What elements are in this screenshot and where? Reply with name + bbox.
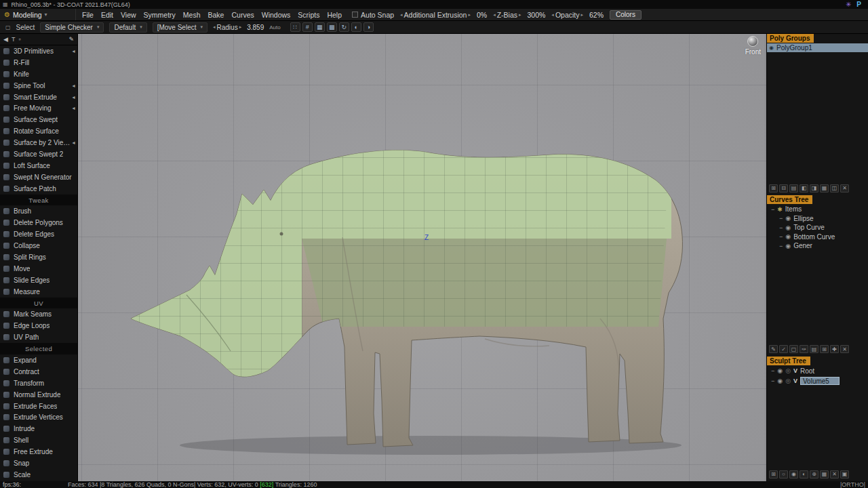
tool-surface-patch[interactable]: Surface Patch [0,183,77,195]
pen-curve-icon[interactable]: ✑ [800,345,808,353]
eye-icon[interactable]: ◉ [785,224,791,231]
tool-split-rings[interactable]: Split Rings [0,251,77,263]
tool-contract[interactable]: Contract [0,366,77,378]
eye-icon[interactable]: ◉ [789,470,798,479]
tree-item-top-curve[interactable]: −◉Top Curve [767,223,868,232]
tool-shell[interactable]: Shell [0,434,77,446]
tool-surface-swept-2[interactable]: Surface Swept 2 [0,148,77,160]
collapse-panel-icon[interactable]: ◀ [3,36,8,43]
rect-tool-icon[interactable]: ▫ [18,36,20,43]
apply-curve-icon[interactable]: ✓ [779,345,788,353]
z-bias-control[interactable]: ◂ Z-Bias ▸ [493,11,521,19]
menu-symmetry[interactable]: Symmetry [144,11,176,19]
eye-icon[interactable]: ◉ [769,45,774,51]
eye-icon[interactable]: ◉ [785,243,791,249]
view-navigation[interactable]: Front [745,36,761,56]
visibility-icon[interactable]: ◉ [777,378,783,384]
plus-circle-icon[interactable]: ⊕ [810,470,818,479]
tool-3d-primitives[interactable]: 3D Primitives◄ [0,45,77,57]
tab-sculpt-tree[interactable]: Sculpt Tree [767,357,810,365]
opacity-control[interactable]: ◂ Opacity ▸ [551,11,583,19]
tool-rotate-surface[interactable]: Rotate Surface [0,125,77,137]
delete-layer-icon[interactable]: ✕ [830,470,839,479]
tool-snap[interactable]: Snap [0,458,77,469]
opacity-value[interactable]: 62% [589,11,604,19]
tool-free-extrude[interactable]: Free Extrude [0,446,77,458]
menu-windows[interactable]: Windows [262,11,291,19]
ghost-icon[interactable]: ◎ [785,367,791,374]
tool-swept-n-generator[interactable]: Swept N Generator [0,171,77,183]
nav-sphere-icon[interactable] [747,36,758,47]
tool-delete-polygons[interactable]: Delete Polygons [0,217,77,228]
colors-button[interactable]: Colors [610,10,642,20]
viewport-3d[interactable]: Front Z [78,34,766,481]
menu-edit[interactable]: Edit [101,11,113,19]
tool-brush[interactable]: Brush [0,205,77,217]
checker-b-icon[interactable]: ▩ [327,22,337,32]
eye-icon[interactable]: ◉ [785,215,791,222]
tool-move[interactable]: Move [0,263,77,274]
grid-fill-icon[interactable]: ▦ [820,184,829,192]
tab-poly-groups[interactable]: Poly Groups [767,34,814,43]
draw-curve-icon[interactable]: ✎ [769,345,778,353]
remove-group-icon[interactable]: ⊟ [779,184,788,192]
sculpt-item-root[interactable]: −◉◎VRoot [767,366,868,376]
tool-extrude-vertices[interactable]: Extrude Vertices [0,412,77,424]
tool-smart-extrude[interactable]: Smart Extrude◄ [0,92,77,103]
sphere-wire-icon[interactable]: ◑ [363,22,374,32]
add-group-icon[interactable]: ⊞ [769,184,778,192]
collapse-icon[interactable]: − [771,206,774,213]
sphere-icon[interactable]: ○ [779,470,788,479]
tool-r-fill[interactable]: R-Fill [0,57,77,68]
tool-free-moving[interactable]: Free Moving◄ [0,102,77,114]
sculpt-item-volume5[interactable]: −◉◎VVolume5 [767,376,868,386]
tool-transform[interactable]: Transform [0,378,77,389]
tool-expand[interactable]: Expand [0,354,77,366]
merge-icon[interactable]: ◫ [830,184,839,192]
tool-spine-tool[interactable]: Spine Tool◄ [0,80,77,92]
collapse-icon[interactable]: − [771,367,774,374]
radius-control[interactable]: ◂ Radius ▸ [213,24,241,31]
tool-surface-by-2-views[interactable]: Surface by 2 Views◄ [0,137,77,148]
volume-name-field[interactable]: Volume5 [800,377,840,385]
tool-intrude[interactable]: Intrude [0,423,77,434]
add-curve-icon[interactable]: ⊞ [820,345,829,353]
preset-dropdown[interactable]: Default ▾ [109,22,146,33]
delete-curve-icon[interactable]: ✕ [840,345,849,353]
auto-label[interactable]: Auto [269,24,280,30]
dot-grid-icon[interactable]: ∷ [290,22,300,32]
delete-icon[interactable]: ✕ [840,184,849,192]
tool-knife[interactable]: Knife [0,68,77,80]
ghost-icon[interactable]: ◎ [785,378,791,384]
tool-normal-extrude[interactable]: Normal Extrude [0,389,77,401]
tool-edge-loops[interactable]: Edge Loops [0,320,77,331]
tool-surface-swept[interactable]: Surface Swept [0,114,77,125]
grid-icon[interactable]: ▦ [820,470,829,479]
split-left-icon[interactable]: ◧ [800,184,808,192]
split-right-icon[interactable]: ◨ [810,184,818,192]
auto-snap-checkbox[interactable]: Auto Snap [352,11,394,19]
menu-curves[interactable]: Curves [231,11,254,19]
tool-loft-surface[interactable]: Loft Surface [0,160,77,171]
tool-extrude-faces[interactable]: Extrude Faces [0,401,77,412]
pen-icon[interactable]: ✎ [68,36,74,43]
menu-bake[interactable]: Bake [208,11,224,19]
tool-delete-edges[interactable]: Delete Edges [0,228,77,240]
polygroup-row[interactable]: ◉PolyGroup1 [767,43,868,52]
rotate-view-icon[interactable]: ↻ [339,22,349,32]
checker-dropdown[interactable]: Simple Checker ▾ [40,22,104,33]
fill-icon[interactable]: ▣ [840,470,849,479]
tool-slide-edges[interactable]: Slide Edges [0,274,77,286]
radius-value[interactable]: 3.859 [247,24,264,31]
checker-a-icon[interactable]: ▦ [315,22,325,32]
add-layer-icon[interactable]: ⊞ [769,470,778,479]
mode-selector[interactable]: ⚙ Modeling ▾ [4,9,76,20]
tree-item-bottom-curve[interactable]: −◉Bottom Curve [767,232,868,242]
tool-collapse[interactable]: Collapse [0,240,77,251]
additional-extrusion-control[interactable]: ◂ Additional Extrusion ▸ [400,11,471,19]
tool-mark-seams[interactable]: Mark Seams [0,308,77,320]
additional-extrusion-value[interactable]: 0% [477,11,487,19]
tool-measure[interactable]: Measure [0,286,77,298]
rect-curve-icon[interactable]: ▢ [789,345,798,353]
tool-uv-path[interactable]: UV Path [0,331,77,343]
